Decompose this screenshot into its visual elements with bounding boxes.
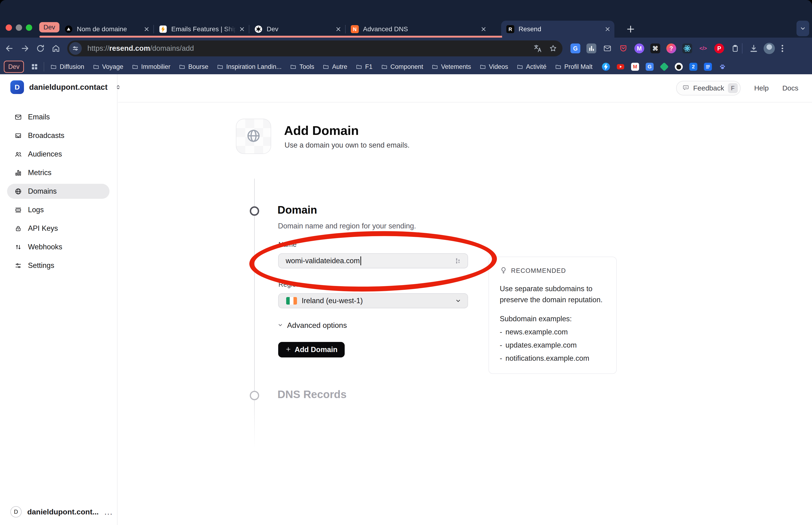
- bookmark-folder[interactable]: F1: [356, 63, 373, 71]
- sidebar-item-emails[interactable]: Emails: [7, 109, 109, 124]
- apps-grid-icon[interactable]: [31, 63, 39, 71]
- advanced-options-toggle[interactable]: Advanced options: [277, 321, 347, 330]
- url-text[interactable]: https://resend.com/domains/add: [88, 44, 533, 52]
- bookmarks-bar: Dev DiffusionVoyageImmobilierBourseInspi…: [0, 59, 812, 74]
- tab-group-chip[interactable]: Dev: [39, 22, 59, 32]
- bookmark-folder-label: Component: [390, 63, 424, 71]
- downloads-button[interactable]: [748, 42, 760, 55]
- bookmark-folder[interactable]: Bourse: [179, 63, 209, 71]
- browser-toolbar: https://resend.com/domains/add GM⌘?</>P: [0, 38, 812, 59]
- region-select[interactable]: Ireland (eu-west-1): [278, 293, 468, 308]
- account-row[interactable]: D danieldupont.cont... ...: [10, 506, 109, 518]
- tab-title: Advanced DNS: [363, 25, 478, 33]
- bookmark-folder[interactable]: Tools: [290, 63, 314, 71]
- react-icon[interactable]: [682, 44, 692, 53]
- docs-icon[interactable]: [704, 63, 712, 71]
- browser-tab[interactable]: NAdvanced DNS: [346, 21, 490, 38]
- bookmark-folder[interactable]: Voyage: [93, 63, 123, 71]
- add-domain-button[interactable]: Add Domain: [278, 342, 345, 357]
- m-logo-icon[interactable]: M: [634, 44, 644, 53]
- tab-search-button[interactable]: [796, 21, 809, 36]
- mail-icon[interactable]: [602, 44, 612, 53]
- page-title: Add Domain: [284, 123, 359, 138]
- browser-profile-avatar[interactable]: [764, 43, 775, 54]
- browser-menu-button[interactable]: [778, 44, 787, 53]
- sidebar-item-logs[interactable]: Logs: [7, 202, 109, 217]
- feedback-button[interactable]: Feedback F: [676, 81, 740, 95]
- text-caret: [361, 256, 361, 265]
- bookmark-folder-label: Voyage: [102, 63, 123, 71]
- calendar-icon[interactable]: 2: [689, 63, 698, 71]
- sidebar-item-domains[interactable]: Domains: [7, 184, 109, 199]
- site-settings-icon[interactable]: [69, 42, 82, 55]
- reload-button[interactable]: [34, 42, 47, 55]
- bookmark-folder[interactable]: Vetements: [432, 63, 471, 71]
- bookmark-folder[interactable]: Profil Malt: [555, 63, 593, 71]
- bookmark-folder[interactable]: Inspiration Landin...: [217, 63, 282, 71]
- github-icon[interactable]: [675, 63, 683, 71]
- forward-button[interactable]: [19, 42, 31, 55]
- subdomain-example: -updates.example.com: [500, 341, 606, 349]
- clipboard-icon[interactable]: [730, 44, 740, 53]
- translate-icon[interactable]: G: [646, 63, 654, 71]
- workspace-switcher[interactable]: D danieldupont.contact: [10, 80, 111, 94]
- sidebar-item-api-keys[interactable]: API Keys: [7, 221, 109, 236]
- tab-close-icon[interactable]: [480, 26, 487, 33]
- subdomain-example-text: updates.example.com: [505, 341, 577, 349]
- gmail-icon[interactable]: M: [631, 63, 639, 71]
- command-icon[interactable]: ⌘: [650, 44, 660, 53]
- profile-chip[interactable]: Dev: [4, 61, 24, 73]
- stats-icon[interactable]: [586, 44, 596, 53]
- name-label: Name: [278, 241, 296, 249]
- domain-name-input[interactable]: womi-validateidea.com: [278, 253, 468, 268]
- sidebar-item-label: Domains: [28, 187, 57, 196]
- assistant-icon[interactable]: ?: [666, 44, 676, 53]
- browser-tab[interactable]: Nom de domaine: [59, 21, 153, 38]
- pinterest-icon[interactable]: P: [714, 44, 724, 53]
- dns-section-title: DNS Records: [277, 388, 347, 401]
- zoom-window-button[interactable]: [26, 25, 32, 31]
- translate-icon[interactable]: G: [570, 44, 580, 53]
- tab-title: Dev: [267, 25, 333, 33]
- tab-close-icon[interactable]: [239, 26, 246, 33]
- code-icon[interactable]: </>: [698, 44, 708, 53]
- browser-tab[interactable]: RResend: [501, 21, 614, 38]
- password-manager-icon[interactable]: [454, 257, 462, 265]
- new-tab-button[interactable]: [626, 24, 636, 34]
- bookmark-folder[interactable]: Videos: [479, 63, 508, 71]
- bookmark-folder[interactable]: Autre: [323, 63, 347, 71]
- malt-icon[interactable]: [719, 63, 726, 71]
- tab-close-icon[interactable]: [335, 26, 342, 33]
- advanced-options-label: Advanced options: [287, 321, 347, 330]
- minimize-window-button[interactable]: [16, 25, 22, 31]
- bookmark-folder[interactable]: Activité: [517, 63, 547, 71]
- bookmark-folder[interactable]: Immobilier: [132, 63, 171, 71]
- tab-close-icon[interactable]: [143, 26, 150, 33]
- sidebar-item-broadcasts[interactable]: Broadcasts: [7, 128, 109, 143]
- bookmark-star-icon[interactable]: [548, 44, 558, 53]
- docs-link[interactable]: Docs: [782, 84, 798, 92]
- back-button[interactable]: [3, 42, 16, 55]
- sidebar-item-metrics[interactable]: Metrics: [7, 165, 109, 180]
- close-window-button[interactable]: [6, 25, 12, 31]
- bookmark-folder[interactable]: Diffusion: [50, 63, 85, 71]
- youtube-icon[interactable]: [616, 63, 625, 71]
- account-menu-button[interactable]: ...: [104, 511, 113, 513]
- address-bar[interactable]: https://resend.com/domains/add: [67, 41, 563, 56]
- home-button[interactable]: [50, 42, 62, 55]
- step-domain-marker: [250, 206, 259, 216]
- sheets-icon[interactable]: [660, 62, 669, 71]
- bookmark-folder[interactable]: Component: [381, 63, 424, 71]
- globe-card: [236, 119, 271, 154]
- messenger-icon[interactable]: [602, 63, 610, 71]
- sidebar-item-webhooks[interactable]: Webhooks: [7, 239, 109, 255]
- sidebar-item-audiences[interactable]: Audiences: [7, 147, 109, 162]
- sidebar-item-settings[interactable]: Settings: [7, 258, 109, 273]
- pocket-icon[interactable]: [618, 44, 628, 53]
- tab-close-icon[interactable]: [604, 26, 611, 33]
- browser-tab[interactable]: Dev: [249, 21, 345, 38]
- translate-page-icon[interactable]: [533, 44, 542, 53]
- help-link[interactable]: Help: [754, 84, 769, 92]
- url-host: resend.com: [109, 44, 150, 52]
- browser-tab[interactable]: Emails Features | ShipFast Do: [154, 21, 249, 38]
